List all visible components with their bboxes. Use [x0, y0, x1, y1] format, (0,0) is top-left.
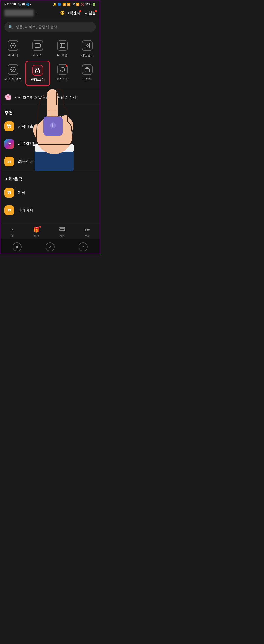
customer-center-button[interactable]: 😊 고객센터 [60, 11, 80, 15]
my-account-icon [8, 40, 18, 51]
status-bar: KT 6:10 📷 💬 🌐 • 🔔 🔵 📶 📶 HD 📶 🚫 52%🔋 [1, 0, 100, 7]
android-back-button[interactable]: ‹ [79, 242, 87, 251]
menu-item-auth-security[interactable]: 인증/보안 [25, 61, 50, 86]
search-placeholder-text: 상품, 서비스, 증명서 검색 [16, 25, 57, 29]
nav-benefits-label: 혜택 [34, 234, 39, 238]
benefits-notification-dot [39, 226, 41, 228]
personal-safe-label: 개인금고 [81, 53, 94, 57]
list-item-26savings[interactable]: 26 26주적금 with [1, 153, 100, 170]
menu-item-my-credit[interactable]: 내 신용정보 [1, 61, 25, 86]
svg-point-9 [86, 45, 88, 46]
my-coupon-icon [57, 40, 68, 51]
svg-rect-23 [60, 229, 65, 230]
credit-loan-label: 신용대출 [18, 124, 33, 129]
search-icon: 🔍 [8, 25, 13, 29]
settings-button[interactable]: ⚙ 설정 [84, 11, 96, 15]
notice-label: 공지사항 [56, 77, 69, 81]
personal-safe-icon [82, 40, 93, 51]
my-coupon-label: 내 쿠폰 [57, 53, 68, 57]
settings-notification-dot [95, 10, 97, 12]
dsr-label: 내 DSR 정보 [18, 142, 40, 146]
list-item-multi-transfer[interactable]: ₩ 다거이체 [1, 202, 100, 219]
divider-2 [1, 105, 100, 105]
my-account-label: 내 계좌 [8, 53, 18, 57]
transfer-icon: ₩ [5, 188, 14, 198]
nav-all-label: 전체 [84, 234, 90, 238]
menu-item-my-account[interactable]: 내 계좌 [1, 37, 25, 61]
dsr-icon: % [5, 139, 14, 149]
menu-item-my-card[interactable]: 내 카드 [25, 37, 50, 61]
menu-item-events[interactable]: 이벤트 [75, 61, 100, 86]
app-header: › 😊 고객센터 ⚙ 설정 [1, 7, 100, 19]
nav-item-benefits[interactable]: 🎁 혜택 [33, 226, 40, 238]
header-actions: 😊 고객센터 ⚙ 설정 [60, 11, 96, 15]
my-credit-label: 내 신용정보 [5, 77, 21, 81]
events-icon [82, 64, 93, 75]
android-pause-button[interactable]: ⏸ [13, 242, 22, 251]
26savings-icon: 26 [5, 156, 14, 166]
multi-transfer-label: 다거이체 [18, 208, 33, 213]
all-icon: ••• [84, 226, 90, 233]
nav-products-label: 상품 [59, 234, 65, 238]
header-arrow-icon: › [37, 11, 38, 15]
my-card-label: 내 카드 [33, 53, 43, 57]
android-navigation-bar: ⏸ ○ ‹ [1, 239, 100, 254]
svg-rect-1 [35, 44, 40, 48]
svg-point-14 [11, 67, 15, 72]
menu-grid: 내 계좌 내 카드 내 쿠폰 [1, 35, 100, 88]
list-item-transfer[interactable]: ₩ 이체 [1, 184, 100, 202]
divider-3 [1, 171, 100, 172]
header-logo-blurred [5, 10, 34, 16]
notice-notification-dot [66, 65, 67, 66]
multi-transfer-icon: ₩ [5, 206, 14, 215]
nav-item-home[interactable]: ⌂ 홈 [10, 226, 14, 238]
nav-item-all[interactable]: ••• 전체 [84, 226, 90, 238]
transfer-section-title: 이체/출금 [1, 172, 100, 184]
status-carrier-time: KT 6:10 📷 💬 🌐 • [5, 2, 31, 6]
divider-1 [1, 89, 100, 89]
credit-loan-icon: ₩ [5, 122, 14, 131]
promo-emoji: 🌸 [5, 94, 12, 100]
svg-rect-22 [60, 227, 65, 228]
bottom-navigation: ⌂ 홈 🎁 혜택 상품 ••• 전체 [1, 224, 100, 239]
26savings-label: 26주적금 with [18, 159, 42, 164]
android-home-button[interactable]: ○ [46, 242, 55, 251]
search-bar[interactable]: 🔍 상품, 서비스, 증명서 검색 [5, 22, 96, 32]
my-credit-icon [8, 64, 18, 75]
products-icon [59, 226, 65, 233]
customer-center-icon: 😊 [60, 11, 65, 15]
nav-home-label: 홈 [11, 234, 13, 238]
list-item-credit-loan[interactable]: ₩ 신용대출 [1, 118, 100, 135]
my-card-icon [32, 40, 43, 51]
promo-banner[interactable]: 🌸 가사 초성퀴즈 맞추면 100% 랜덤 캐시! [1, 90, 100, 104]
promo-text: 가사 초성퀴즈 맞추면 100% 랜덤 캐시! [14, 95, 77, 100]
nav-item-products[interactable]: 상품 [59, 226, 65, 238]
transfer-label: 이체 [18, 190, 25, 196]
list-item-dsr[interactable]: % 내 DSR 정보 [1, 135, 100, 153]
auth-security-label: 인증/보안 [31, 78, 45, 82]
menu-item-my-coupon[interactable]: 내 쿠폰 [50, 37, 75, 61]
svg-rect-18 [85, 68, 89, 72]
status-icons: 🔔 🔵 📶 📶 HD 📶 🚫 52%🔋 [53, 3, 96, 6]
benefits-icon: 🎁 [33, 226, 40, 233]
customer-center-notification-dot [79, 10, 81, 12]
settings-icon: ⚙ [84, 11, 87, 15]
events-label: 이벤트 [83, 77, 92, 81]
menu-item-notice[interactable]: 공지사항 [50, 61, 75, 86]
svg-rect-24 [60, 230, 65, 231]
recommend-section-title: 추천 [1, 106, 100, 118]
home-icon: ⌂ [10, 226, 14, 233]
svg-rect-8 [85, 43, 90, 48]
menu-item-personal-safe[interactable]: 개인금고 [75, 37, 100, 61]
auth-security-icon [32, 65, 43, 76]
